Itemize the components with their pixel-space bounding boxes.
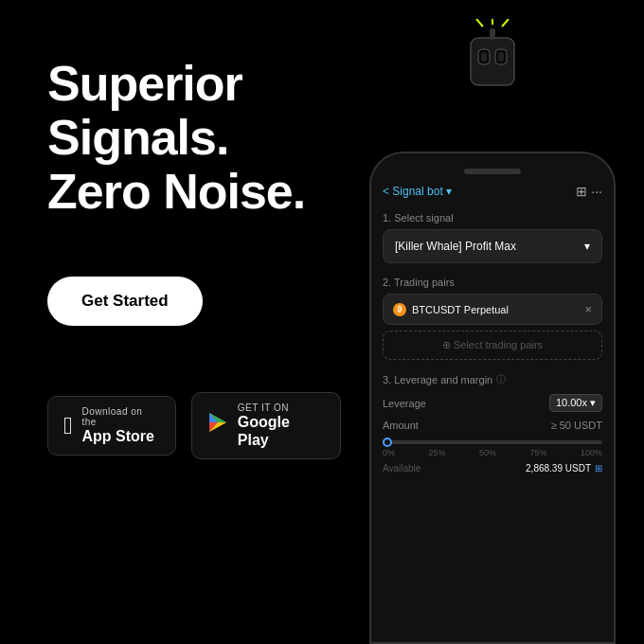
leverage-row: Leverage 10.00x ▾	[383, 394, 602, 412]
step1-chevron: ▾	[584, 240, 590, 253]
step3-label: 3. Leverage and margin ⓘ	[383, 373, 602, 386]
available-value: 2,868.39 USDT	[526, 463, 591, 474]
appstore-main: App Store	[82, 427, 160, 445]
googleplay-text: GET IT ON Google Play	[238, 402, 325, 449]
apple-icon: 	[63, 411, 73, 440]
googleplay-badge[interactable]: GET IT ON Google Play	[191, 392, 341, 459]
progress-100: 100%	[581, 448, 602, 457]
svg-rect-12	[481, 52, 487, 62]
phone-header: < Signal bot ▾ ⊞ ···	[383, 184, 602, 199]
available-icon: ⊞	[595, 463, 602, 474]
step2-label: 2. Trading pairs	[383, 277, 602, 288]
phone-header-icons[interactable]: ⊞ ···	[576, 184, 602, 199]
svg-rect-8	[471, 38, 514, 85]
phone-back-button[interactable]: < Signal bot ▾	[383, 185, 452, 198]
progress-25: 25%	[428, 448, 445, 457]
step2-tag-row: ₿ BTCUSDT Perpetual ×	[383, 294, 602, 325]
phone-frame: < Signal bot ▾ ⊞ ··· 1. Select signal [K…	[369, 152, 616, 644]
select-pairs-button[interactable]: ⊕ Select trading pairs	[383, 331, 602, 360]
appstore-sub: Download on the	[82, 406, 160, 427]
progress-track	[383, 440, 602, 444]
leverage-dropdown[interactable]: 10.00x ▾	[549, 394, 602, 412]
leverage-label: Leverage	[383, 398, 426, 409]
svg-line-5	[476, 19, 483, 27]
btc-icon: ₿	[393, 303, 406, 316]
step1-value: [Killer Whale] Profit Max	[395, 240, 516, 253]
get-started-button[interactable]: Get Started	[47, 277, 203, 326]
progress-labels: 0% 25% 50% 75% 100%	[383, 448, 602, 457]
googleplay-main: Google Play	[238, 413, 325, 449]
step1-label: 1. Select signal	[383, 212, 602, 224]
headline-line1: Superior Signals.	[47, 56, 242, 165]
left-panel: Superior Signals. Zero Noise. Get Starte…	[0, 0, 341, 459]
progress-0: 0%	[383, 448, 395, 457]
amount-row: Amount ≥ 50 USDT	[383, 420, 602, 431]
headline-line2: Zero Noise.	[47, 164, 305, 219]
btc-tag-label: BTCUSDT Perpetual	[412, 304, 509, 315]
appstore-text: Download on the App Store	[82, 406, 160, 445]
svg-rect-9	[490, 28, 495, 40]
amount-label: Amount	[383, 420, 419, 431]
available-row: Available 2,868.39 USDT ⊞	[383, 463, 602, 474]
step3-label-text: 3. Leverage and margin	[383, 374, 492, 385]
bot-mascot	[450, 19, 535, 104]
svg-line-7	[502, 19, 509, 27]
btc-tag: ₿ BTCUSDT Perpetual ×	[393, 302, 592, 316]
progress-50: 50%	[479, 448, 496, 457]
progress-handle	[383, 438, 392, 447]
svg-rect-13	[498, 52, 504, 62]
info-icon: ⓘ	[496, 373, 506, 386]
progress-75: 75%	[529, 448, 546, 457]
progress-bar[interactable]: 0% 25% 50% 75% 100%	[383, 440, 602, 457]
appstore-badge[interactable]:  Download on the App Store	[47, 396, 176, 456]
headline: Superior Signals. Zero Noise.	[47, 57, 341, 220]
available-label: Available	[383, 463, 420, 474]
phone-screen: < Signal bot ▾ ⊞ ··· 1. Select signal [K…	[371, 153, 614, 642]
step1-dropdown[interactable]: [Killer Whale] Profit Max ▾	[383, 229, 602, 263]
googleplay-icon	[207, 412, 228, 438]
store-badges:  Download on the App Store	[47, 392, 341, 459]
page-container: Superior Signals. Zero Noise. Get Starte…	[0, 0, 644, 644]
amount-value: ≥ 50 USDT	[551, 420, 602, 431]
googleplay-sub: GET IT ON	[238, 402, 325, 413]
remove-tag-button[interactable]: ×	[584, 302, 592, 316]
right-panel: < Signal bot ▾ ⊞ ··· 1. Select signal [K…	[341, 0, 644, 644]
